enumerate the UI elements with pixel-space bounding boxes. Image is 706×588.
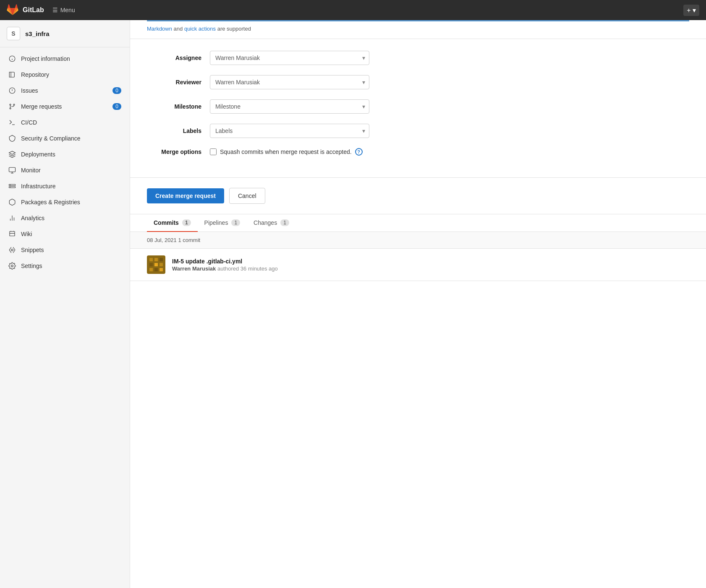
sidebar-item-settings[interactable]: Settings — [0, 258, 130, 274]
commits-count-badge: 1 — [182, 219, 191, 226]
labels-select[interactable]: Labels — [210, 124, 369, 138]
svg-rect-34 — [154, 268, 158, 271]
create-merge-request-button[interactable]: Create merge request — [147, 188, 224, 203]
sidebar-item-security[interactable]: Security & Compliance — [0, 130, 130, 146]
sidebar-item-issues[interactable]: Issues 0 — [0, 83, 130, 99]
cancel-button[interactable]: Cancel — [229, 188, 265, 204]
nav-label: Repository — [21, 71, 49, 78]
svg-rect-33 — [149, 268, 153, 271]
markdown-note: Markdown and quick actions are supported — [130, 20, 706, 39]
gitlab-logo — [7, 4, 18, 16]
sidebar-item-repository[interactable]: Repository — [0, 67, 130, 83]
navbar-brand-text: GitLab — [23, 6, 44, 14]
cicd-icon — [8, 119, 16, 126]
squash-option: Squash commits when merge request is acc… — [210, 148, 363, 156]
commit-item: IM-5 update .gitlab-ci.yml Warren Marusi… — [130, 249, 706, 281]
svg-rect-35 — [160, 268, 163, 271]
reviewer-select[interactable]: Warren Marusiak — [210, 75, 369, 89]
brand: GitLab — [7, 4, 44, 16]
tab-changes[interactable]: Changes 1 — [247, 214, 296, 232]
svg-rect-11 — [9, 167, 16, 172]
milestone-label: Milestone — [147, 103, 201, 110]
sidebar-item-cicd[interactable]: CI/CD — [0, 114, 130, 130]
markdown-link[interactable]: Markdown — [147, 26, 172, 32]
assignee-select[interactable]: Warren Marusiak — [210, 51, 369, 65]
merge-options-label: Merge options — [147, 148, 201, 155]
commit-details: IM-5 update .gitlab-ci.yml Warren Marusi… — [172, 258, 689, 272]
menu-label: Menu — [60, 7, 75, 13]
commit-time: 36 minutes ago — [241, 265, 278, 272]
project-name: s3_infra — [25, 30, 50, 37]
svg-point-24 — [11, 249, 13, 251]
page-layout: S s3_infra Project information Repositor… — [0, 20, 706, 588]
milestone-row: Milestone Milestone ▾ — [147, 99, 689, 114]
commit-action: authored — [217, 265, 241, 272]
new-item-button[interactable]: + ▾ — [683, 5, 699, 16]
commits-date-text: 08 Jul, 2021 1 commit — [147, 237, 200, 243]
nav-label: Security & Compliance — [21, 135, 81, 142]
infrastructure-icon — [8, 182, 16, 190]
assignee-select-wrapper: Warren Marusiak ▾ — [210, 51, 369, 65]
help-icon[interactable]: ? — [355, 148, 363, 156]
reviewer-label: Reviewer — [147, 79, 201, 86]
changes-count-badge: 1 — [280, 219, 289, 226]
sidebar-item-wiki[interactable]: Wiki — [0, 226, 130, 242]
svg-rect-29 — [160, 258, 163, 261]
sidebar-item-snippets[interactable]: Snippets — [0, 242, 130, 258]
svg-point-7 — [10, 104, 11, 105]
tabs-bar: Commits 1 Pipelines 1 Changes 1 — [130, 214, 706, 232]
sidebar-item-infrastructure[interactable]: Infrastructure — [0, 178, 130, 194]
analytics-icon — [8, 214, 16, 222]
sidebar-item-project-information[interactable]: Project information — [0, 51, 130, 67]
merge-options-row: Merge options Squash commits when merge … — [147, 148, 689, 156]
svg-rect-27 — [149, 258, 153, 261]
nav-label: Issues — [21, 87, 38, 94]
nav-label: Settings — [21, 263, 42, 269]
sidebar-item-packages[interactable]: Packages & Registries — [0, 194, 130, 210]
svg-point-17 — [10, 187, 11, 188]
svg-rect-28 — [154, 258, 158, 261]
svg-rect-32 — [160, 263, 163, 266]
svg-point-16 — [10, 185, 11, 185]
nav-label: Wiki — [21, 231, 32, 237]
navbar-menu-toggle[interactable]: ☰ Menu — [52, 7, 75, 13]
sidebar-item-merge-requests[interactable]: Merge requests 0 — [0, 99, 130, 114]
milestone-select-wrapper: Milestone ▾ — [210, 99, 369, 114]
commit-author: Warren Marusiak — [172, 265, 216, 272]
labels-label: Labels — [147, 127, 201, 134]
svg-rect-31 — [154, 263, 158, 266]
squash-checkbox[interactable] — [210, 148, 217, 155]
milestone-select[interactable]: Milestone — [210, 99, 369, 114]
sidebar-item-deployments[interactable]: Deployments — [0, 146, 130, 162]
issues-badge: 0 — [112, 87, 121, 94]
sidebar-item-analytics[interactable]: Analytics — [0, 210, 130, 226]
tab-commits[interactable]: Commits 1 — [147, 214, 198, 232]
info-icon — [8, 55, 16, 62]
tab-pipelines[interactable]: Pipelines 1 — [198, 214, 247, 232]
tab-commits-label: Commits — [154, 219, 179, 226]
tabs-section: Commits 1 Pipelines 1 Changes 1 08 Jul, … — [130, 214, 706, 281]
sidebar-nav: Project information Repository Issues 0 … — [0, 47, 130, 277]
squash-label: Squash commits when merge request is acc… — [220, 148, 352, 155]
navbar-right: + ▾ — [683, 5, 699, 16]
markdown-support-text: Markdown and quick actions are supported — [147, 21, 689, 32]
settings-icon — [8, 262, 16, 270]
assignee-label: Assignee — [147, 55, 201, 61]
main-content: Markdown and quick actions are supported… — [130, 20, 706, 588]
labels-select-wrapper: Labels ▾ — [210, 124, 369, 138]
packages-icon — [8, 198, 16, 206]
project-header: S s3_infra — [0, 20, 130, 47]
issues-icon — [8, 87, 16, 94]
snippets-icon — [8, 246, 16, 254]
avatar-identicon — [148, 256, 165, 273]
quick-actions-link[interactable]: quick actions — [184, 26, 216, 32]
hamburger-icon: ☰ — [52, 7, 58, 13]
navbar: GitLab ☰ Menu + ▾ — [0, 0, 706, 20]
assignee-row: Assignee Warren Marusiak ▾ — [147, 51, 689, 65]
labels-row: Labels Labels ▾ — [147, 124, 689, 138]
commit-author-avatar — [147, 255, 165, 274]
sidebar-item-monitor[interactable]: Monitor — [0, 162, 130, 178]
nav-label: Project information — [21, 55, 70, 62]
nav-label: Analytics — [21, 215, 44, 221]
repo-icon — [8, 71, 16, 78]
